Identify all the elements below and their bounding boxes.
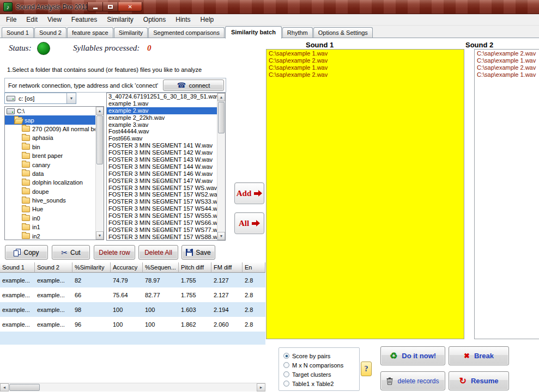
add-button[interactable]: Add [234,182,264,204]
folder-tree-item[interactable]: in2 [5,231,95,240]
radio-option[interactable]: M x N comparisons [283,360,359,370]
sound-file-item[interactable]: C:\sap\example 1.wav [475,71,539,78]
radio-option[interactable]: Target clusters [283,370,359,379]
scroll-up-icon[interactable]: ▲ [217,93,225,101]
file-list-item[interactable]: FOSTER 3 MIN SEGMENT 157 WS88.wa [107,234,217,240]
sound-file-item[interactable]: C:\sap\example 1.wav [267,50,464,57]
cut-button[interactable]: ✂ Cut [52,245,90,260]
folder-tree-item[interactable]: C:\ [5,107,95,115]
column-header[interactable]: %Sequen... [143,262,179,273]
folder-tree-item[interactable]: aphasia [5,133,95,142]
sound-file-item[interactable]: C:\sap\example 2.wav [267,71,464,78]
file-list-item[interactable]: FOSTER 3 MIN SEGMENT 157 WS55.wa [107,212,217,219]
file-list-item[interactable]: FOSTER 3 MIN SEGMENT 157 WS33.wa [107,198,217,205]
radio-option[interactable]: Table1 x Table2 [283,379,359,388]
file-list-item[interactable]: 3_40724.67191251_6_30_18_39_51.wav [107,93,217,100]
tab[interactable]: Similarity [114,27,148,38]
dropdown-arrow-icon[interactable]: ▼ [66,93,76,103]
column-header[interactable]: En [243,262,265,273]
folder-tree-item[interactable]: bin [5,143,95,151]
column-header[interactable]: Accuracy [111,262,143,273]
file-list-item[interactable]: FOSTER 3 MIN SEGMENT 157 WS77.wa [107,226,217,234]
minimize-button[interactable] [87,2,103,11]
file-list-item[interactable]: FOSTER 3 MIN SEGMENT 143 W.wav [107,156,217,163]
folder-tree-item[interactable]: canary [5,160,95,169]
help-button[interactable]: ? [361,362,372,376]
tree-scrollbar-thumb[interactable] [96,115,103,164]
sound-file-item[interactable]: C:\sap\example 2.wav [475,64,539,71]
menu-item[interactable]: View [43,15,66,24]
file-list-item[interactable]: example 1.wav [107,100,217,107]
folder-tree-item[interactable]: dolphin localization [5,178,95,187]
sound-file-item[interactable]: C:\sap\example 1.wav [267,64,464,71]
column-header[interactable]: Pitch diff [179,262,211,273]
all-button[interactable]: All [234,212,264,234]
sound1-list[interactable]: C:\sap\example 1.wav C:\sap\example 2.wa… [266,49,464,339]
folder-tree-item[interactable]: doupe [5,187,95,196]
tab[interactable]: Options & Settings [313,27,373,38]
file-list-item[interactable]: FOSTER 3 MIN SEGMENT 157 WS.wav [107,185,217,192]
tab[interactable]: Similarity batch [225,26,282,39]
tree-scrollbar[interactable]: ▲ ▼ [95,107,104,240]
drive-select[interactable]: c: [os] ▼ [4,93,76,104]
table-row[interactable]: example... example... 66 75.64 82.77 1.7… [0,287,265,302]
menu-item[interactable]: Hints [171,15,195,24]
scroll-down-icon[interactable]: ▼ [96,231,104,240]
file-list-item[interactable]: example 3.wav [107,121,217,128]
menu-item[interactable]: Options [138,15,171,24]
file-list-item[interactable]: example 2.wav [107,107,217,114]
scroll-right-icon[interactable]: ► [257,383,265,391]
column-header[interactable]: %Similarity [72,262,111,273]
resume-button[interactable]: ↻ Resume [449,371,509,390]
file-list-item[interactable]: FOSTER 3 MIN SEGMENT 157 WS44.wa [107,205,217,212]
file-list-item[interactable]: Fost44444.wav [107,128,217,135]
radio-option[interactable]: Score by pairs [283,351,359,360]
tab[interactable]: Rhythm [282,27,313,38]
break-button[interactable]: ✖ Break [449,346,509,365]
column-header[interactable]: Sound 2 [35,262,72,273]
file-list-item[interactable]: FOSTER 3 MIN SEGMENT 157 WS66.wa [107,219,217,226]
scroll-down-icon[interactable]: ▼ [217,232,225,240]
sound-file-item[interactable]: C:\sap\example 2.wav [267,57,464,64]
delete-records-button[interactable]: delete records [380,371,445,390]
tab[interactable]: feature space [67,27,113,38]
file-list-item[interactable]: FOSTER 3 MIN SEGMENT 141 W.wav [107,142,217,149]
table-row[interactable]: example... example... 98 100 100 1.603 2… [0,302,265,317]
file-list-item[interactable]: example 2_22kh.wav [107,114,217,121]
folder-tree-item[interactable]: hive_sounds [5,196,95,205]
do-it-now-button[interactable]: ♻ Do it now! [380,346,445,365]
file-list-item[interactable]: FOSTER 3 MIN SEGMENT 157 WS2.wav [107,191,217,198]
table-row[interactable]: example... example... 82 74.79 78.97 1.7… [0,273,265,287]
file-list-item[interactable]: FOSTER 3 MIN SEGMENT 146 W.wav [107,170,217,177]
table-row[interactable]: example... example... 96 100 100 1.862 2… [0,317,265,332]
file-list-item[interactable]: Fost666.wav [107,135,217,142]
horizontal-scrollbar-thumb[interactable] [9,384,40,391]
menu-item[interactable]: Edit [21,15,43,24]
save-button[interactable]: Save [181,245,215,260]
file-list-scrollbar[interactable]: ▲ ▼ [217,93,225,240]
folder-tree-item[interactable]: in0 [5,214,95,223]
folder-tree-item[interactable]: brent paper [5,151,95,160]
delete-row-button[interactable]: Delete row [94,245,135,260]
scroll-up-icon[interactable]: ▲ [96,107,104,115]
menu-item[interactable]: Similarity [102,15,138,24]
sound-file-item[interactable]: C:\sap\example 2.wav [475,50,539,57]
folder-tree-item[interactable]: 270 (2009) All normal beg [5,125,95,133]
scroll-left-icon[interactable]: ◄ [0,383,9,391]
connect-button[interactable]: ☎ connect [163,79,224,91]
menu-item[interactable]: Features [66,15,102,24]
column-header[interactable]: Sound 1 [0,262,35,273]
folder-tree-item[interactable]: data [5,169,95,178]
tab[interactable]: Sound 2 [34,27,66,38]
column-header[interactable]: FM diff [211,262,243,273]
sound-file-item[interactable]: C:\sap\example 1.wav [475,57,539,64]
tab[interactable]: Sound 1 [2,27,34,38]
table-horizontal-scrollbar[interactable]: ◄ ► [0,383,265,391]
sound2-list[interactable]: C:\sap\example 2.wav C:\sap\example 1.wa… [474,49,539,339]
close-button[interactable]: ✕ [118,2,142,11]
file-list-item[interactable]: FOSTER 3 MIN SEGMENT 147 W.wav [107,177,217,185]
file-list-item[interactable]: FOSTER 3 MIN SEGMENT 144 W.wav [107,163,217,170]
folder-tree-item[interactable]: Hue [5,205,95,213]
maximize-button[interactable] [103,2,118,11]
file-list-scrollbar-thumb[interactable] [218,102,225,133]
